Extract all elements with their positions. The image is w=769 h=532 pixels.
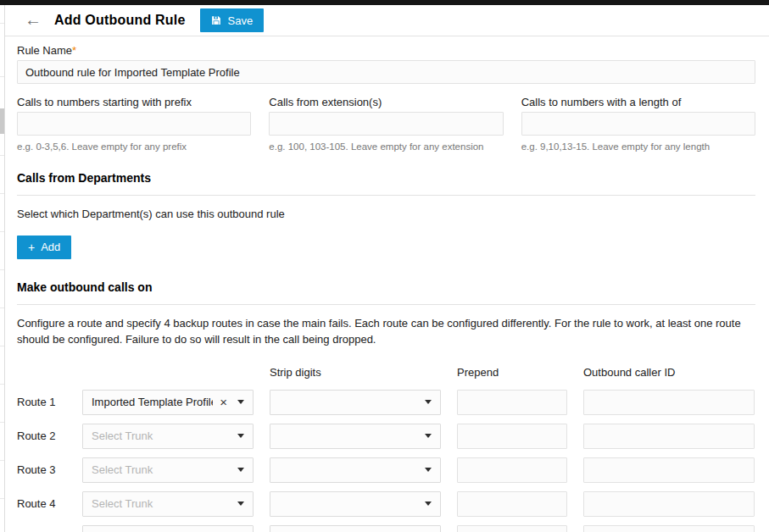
chevron-down-icon [237, 502, 244, 506]
clear-icon[interactable]: × [220, 396, 227, 408]
page-title: Add Outbound Rule [54, 13, 185, 28]
route-4-strip-digits-select[interactable] [270, 491, 441, 517]
prefix-hint: e.g. 0-3,5,6. Leave empty for any prefix [17, 141, 251, 152]
route-2-label: Route 2 [17, 429, 66, 442]
caller-id-column-header: Outbound caller ID [583, 366, 755, 379]
route-5-trunk-select[interactable]: Select Trunk [82, 525, 254, 532]
route-row-5: Route 5 Select Trunk [17, 525, 755, 532]
required-asterisk: * [72, 44, 76, 57]
save-icon [211, 15, 221, 25]
departments-section: Calls from Departments Select which Depa… [17, 171, 755, 259]
page-header: ← Add Outbound Rule Save [5, 5, 769, 36]
route-1-trunk-value: Imported Template Profile [92, 396, 213, 408]
extensions-field: Calls from extension(s) e.g. 100, 103-10… [269, 96, 503, 152]
route-2-strip-digits-select[interactable] [270, 424, 441, 449]
route-3-trunk-select[interactable]: Select Trunk [82, 457, 254, 483]
back-arrow-icon[interactable]: ← [25, 11, 42, 28]
save-button-label: Save [227, 14, 253, 27]
call-criteria-row: Calls to numbers starting with prefix e.… [17, 96, 755, 152]
chevron-down-icon [237, 434, 244, 438]
chevron-down-icon [425, 400, 432, 404]
route-1-strip-digits-select[interactable] [270, 390, 441, 415]
route-2-trunk-placeholder: Select Trunk [92, 429, 231, 442]
plus-icon: + [28, 241, 35, 253]
route-5-prepend-input[interactable] [457, 525, 567, 532]
length-label: Calls to numbers with a length of [521, 96, 755, 108]
chevron-down-icon [425, 468, 432, 472]
save-button[interactable]: Save [200, 8, 264, 32]
rule-name-field: Rule Name* [17, 44, 755, 84]
add-button-label: Add [41, 241, 60, 253]
strip-digits-column-header: Strip digits [270, 366, 441, 379]
add-department-button[interactable]: + Add [17, 236, 71, 259]
extensions-input[interactable] [269, 112, 503, 136]
route-4-trunk-placeholder: Select Trunk [92, 497, 231, 510]
add-outbound-rule-panel: ← Add Outbound Rule Save Rule Name* [4, 5, 769, 532]
departments-description: Select which Department(s) can use this … [17, 207, 755, 223]
routes-table-header: Strip digits Prepend Outbound caller ID [17, 366, 755, 379]
route-3-label: Route 3 [17, 463, 66, 476]
length-field: Calls to numbers with a length of e.g. 9… [521, 96, 755, 152]
route-row-4: Route 4 Select Trunk [17, 491, 755, 517]
rule-name-input[interactable] [17, 60, 755, 84]
route-1-caller-id-input[interactable] [583, 390, 755, 415]
route-3-caller-id-input[interactable] [583, 457, 755, 483]
routes-heading: Make outbound calls on [17, 280, 755, 305]
prefix-label: Calls to numbers starting with prefix [17, 96, 251, 108]
route-3-trunk-placeholder: Select Trunk [92, 463, 231, 476]
chevron-down-icon [425, 502, 432, 506]
route-4-prepend-input[interactable] [457, 491, 567, 517]
route-5-caller-id-input[interactable] [583, 525, 755, 532]
route-1-trunk-select[interactable]: Imported Template Profile × [82, 390, 254, 415]
route-2-trunk-select[interactable]: Select Trunk [82, 424, 254, 449]
route-5-strip-digits-select[interactable] [270, 525, 441, 532]
length-input[interactable] [521, 112, 755, 136]
chevron-down-icon [425, 434, 432, 438]
chevron-down-icon [237, 400, 244, 404]
route-2-caller-id-input[interactable] [583, 424, 755, 449]
route-row-2: Route 2 Select Trunk [17, 424, 755, 449]
routes-section: Make outbound calls on Configure a route… [17, 280, 755, 532]
route-4-caller-id-input[interactable] [583, 491, 755, 517]
prefix-input[interactable] [17, 112, 251, 136]
route-4-label: Route 4 [17, 497, 66, 510]
route-2-prepend-input[interactable] [457, 424, 567, 449]
rule-name-label-text: Rule Name [17, 44, 72, 57]
route-3-strip-digits-select[interactable] [270, 457, 441, 483]
departments-heading: Calls from Departments [17, 171, 755, 196]
form-content: Rule Name* Calls to numbers starting wit… [5, 36, 769, 532]
extensions-label: Calls from extension(s) [269, 96, 503, 108]
route-4-trunk-select[interactable]: Select Trunk [82, 491, 254, 517]
route-row-1: Route 1 Imported Template Profile × [17, 390, 755, 415]
route-1-label: Route 1 [17, 396, 66, 408]
chevron-down-icon [237, 468, 244, 472]
routes-description: Configure a route and specify 4 backup r… [17, 316, 755, 348]
extensions-hint: e.g. 100, 103-105. Leave empty for any e… [269, 141, 503, 152]
rule-name-label: Rule Name* [17, 44, 755, 57]
route-3-prepend-input[interactable] [457, 457, 567, 483]
route-1-prepend-input[interactable] [457, 390, 567, 415]
prefix-field: Calls to numbers starting with prefix e.… [17, 96, 251, 152]
route-row-3: Route 3 Select Trunk [17, 457, 755, 483]
prepend-column-header: Prepend [457, 366, 567, 379]
length-hint: e.g. 9,10,13-15. Leave empty for any len… [521, 141, 755, 152]
